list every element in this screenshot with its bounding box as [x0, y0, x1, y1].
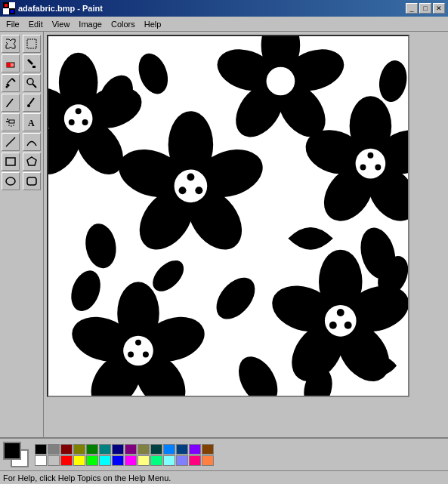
line-tool[interactable]: [2, 133, 20, 151]
swatch-white[interactable]: [35, 455, 47, 466]
svg-rect-28: [6, 158, 15, 165]
magnifier-tool[interactable]: [23, 74, 41, 92]
swatch-cornflower[interactable]: [163, 444, 175, 455]
svg-point-41: [179, 187, 187, 194]
app-icon: [3, 2, 15, 14]
swatch-orange[interactable]: [202, 455, 214, 466]
minimize-button[interactable]: _: [406, 3, 418, 14]
svg-line-10: [12, 79, 15, 82]
swatch-lightcyan[interactable]: [163, 455, 175, 466]
swatch-darkyellow[interactable]: [137, 444, 150, 455]
swatch-darkgreen[interactable]: [86, 444, 98, 455]
swatch-teal[interactable]: [99, 444, 111, 455]
rect-tool[interactable]: [2, 153, 20, 171]
window-controls: _ □ ✕: [406, 3, 445, 14]
menu-image[interactable]: Image: [74, 18, 107, 30]
text-tool[interactable]: A: [23, 113, 41, 131]
swatch-darkred[interactable]: [60, 444, 73, 455]
svg-point-14: [27, 79, 33, 85]
rounded-rect-tool[interactable]: [23, 172, 41, 190]
swatch-blue[interactable]: [112, 455, 124, 466]
menu-file[interactable]: File: [2, 18, 24, 30]
airbrush-tool[interactable]: [2, 113, 20, 131]
free-select-tool[interactable]: [2, 35, 20, 53]
poly-tool[interactable]: [23, 153, 41, 171]
svg-point-57: [135, 340, 141, 346]
svg-rect-7: [7, 63, 11, 67]
svg-marker-29: [27, 157, 36, 165]
svg-point-67: [344, 322, 352, 329]
svg-point-30: [6, 177, 15, 185]
svg-point-13: [6, 86, 8, 88]
swatch-red[interactable]: [60, 455, 73, 466]
svg-point-50: [360, 165, 366, 171]
swatch-magenta[interactable]: [125, 455, 137, 466]
svg-point-58: [143, 351, 149, 357]
svg-point-76: [82, 119, 88, 125]
svg-point-25: [13, 125, 14, 126]
svg-point-49: [375, 165, 381, 171]
menu-colors[interactable]: Colors: [107, 18, 140, 30]
palette-area: [0, 437, 448, 470]
svg-line-15: [32, 84, 36, 88]
pencil-tool[interactable]: [2, 94, 20, 112]
swatch-navy[interactable]: [112, 444, 124, 455]
svg-rect-3: [5, 4, 8, 7]
svg-point-75: [76, 108, 82, 114]
fill-tool[interactable]: [23, 54, 41, 72]
status-text: For Help, click Help Topics on the Help …: [3, 473, 171, 482]
swatch-cyan[interactable]: [99, 455, 111, 466]
canvas-container: [44, 32, 448, 437]
status-bar: For Help, click Help Topics on the Help …: [0, 470, 448, 484]
main-area: A: [0, 32, 448, 437]
svg-point-24: [11, 125, 12, 127]
svg-point-40: [195, 187, 202, 194]
swatch-gray[interactable]: [48, 444, 60, 455]
swatch-violet[interactable]: [189, 444, 201, 455]
swatch-lightgreen[interactable]: [150, 455, 162, 466]
eyedropper-tool[interactable]: [2, 74, 20, 92]
swatch-darkblue2[interactable]: [176, 444, 188, 455]
title-bar: adafabric.bmp - Paint _ □ ✕: [0, 0, 448, 17]
paint-canvas[interactable]: [47, 35, 409, 397]
svg-point-68: [329, 322, 337, 329]
svg-rect-9: [32, 66, 36, 68]
swatch-periwinkle[interactable]: [176, 455, 188, 466]
svg-point-48: [367, 153, 373, 159]
svg-rect-5: [27, 39, 36, 48]
svg-text:A: A: [28, 118, 35, 128]
ellipse-tool[interactable]: [2, 172, 20, 190]
toolbar: A: [0, 32, 44, 437]
svg-line-27: [6, 137, 15, 146]
close-button[interactable]: ✕: [433, 3, 445, 14]
swatch-yellow[interactable]: [73, 455, 85, 466]
maximize-button[interactable]: □: [419, 3, 431, 14]
curve-tool[interactable]: [23, 133, 41, 151]
palette-row-2: [35, 455, 214, 466]
menu-edit[interactable]: Edit: [24, 18, 48, 30]
rect-select-tool[interactable]: [23, 35, 41, 53]
svg-line-18: [29, 98, 34, 104]
swatch-lightgray[interactable]: [48, 455, 60, 466]
swatch-brown[interactable]: [202, 444, 214, 455]
window-title: adafabric.bmp - Paint: [18, 4, 406, 13]
swatch-black[interactable]: [35, 444, 47, 455]
brush-tool[interactable]: [23, 94, 41, 112]
swatch-lightyellow[interactable]: [137, 455, 150, 466]
foreground-color[interactable]: [3, 442, 21, 460]
svg-point-59: [128, 351, 134, 357]
menu-bar: File Edit View Image Colors Help: [0, 17, 448, 32]
menu-help[interactable]: Help: [140, 18, 166, 30]
swatch-olive[interactable]: [73, 444, 85, 455]
swatch-darkteal[interactable]: [150, 444, 162, 455]
swatch-green[interactable]: [86, 455, 98, 466]
svg-rect-4: [11, 10, 14, 13]
eraser-tool[interactable]: [2, 54, 20, 72]
swatch-purple[interactable]: [125, 444, 137, 455]
swatch-hotpink[interactable]: [189, 455, 201, 466]
menu-view[interactable]: View: [48, 18, 75, 30]
svg-line-16: [7, 99, 13, 106]
svg-point-83: [267, 67, 295, 96]
svg-point-66: [337, 309, 344, 316]
svg-point-23: [8, 125, 10, 126]
